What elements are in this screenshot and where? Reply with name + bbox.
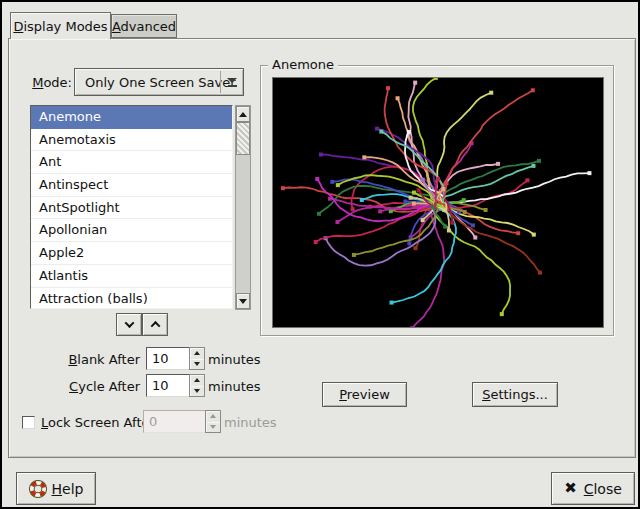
settings-button-label: Settings... xyxy=(482,387,548,402)
scroll-down-button[interactable] xyxy=(236,293,250,309)
list-item[interactable]: Atlantis xyxy=(31,265,232,288)
mode-dropdown-value: Only One Screen Saver xyxy=(75,75,236,90)
preview-button-label: Preview xyxy=(339,387,390,402)
blank-after-label: Blank After xyxy=(32,352,140,367)
arrow-down-icon xyxy=(239,299,247,304)
spin-up-icon[interactable] xyxy=(190,375,204,385)
saver-list-scrollbar[interactable] xyxy=(235,105,251,310)
preview-button[interactable]: Preview xyxy=(322,382,407,407)
preview-frame-title: Anemone xyxy=(268,57,338,72)
xscreensaver-preferences-dialog: Display Modes Advanced Mode: Only One Sc… xyxy=(0,0,640,509)
close-button[interactable]: ✖ Close xyxy=(551,472,635,505)
arrow-up-icon xyxy=(239,112,247,117)
move-up-button[interactable] xyxy=(142,313,168,336)
tab-display-modes[interactable]: Display Modes xyxy=(10,12,111,39)
settings-button[interactable]: Settings... xyxy=(472,382,558,407)
anemone-preview-image xyxy=(273,78,603,327)
close-button-label: Close xyxy=(584,481,622,497)
move-down-button[interactable] xyxy=(116,313,142,336)
blank-after-spinner[interactable] xyxy=(189,347,205,370)
list-item[interactable]: Attraction (balls) xyxy=(31,288,232,310)
scroll-up-button[interactable] xyxy=(236,106,250,122)
cycle-after-unit: minutes xyxy=(208,379,261,394)
list-item[interactable]: Anemotaxis xyxy=(31,129,232,152)
list-item[interactable]: Ant xyxy=(31,151,232,174)
life-preserver-icon xyxy=(29,480,47,498)
mode-label: Mode: xyxy=(32,75,72,90)
cycle-after-spinner[interactable] xyxy=(189,374,205,397)
lock-after-input xyxy=(143,410,206,433)
blank-after-unit: minutes xyxy=(208,352,261,367)
mode-dropdown[interactable]: Only One Screen Saver xyxy=(74,68,244,96)
spin-down-icon[interactable] xyxy=(190,386,204,396)
x-mark-icon: ✖ xyxy=(564,481,577,496)
chevron-up-icon xyxy=(150,321,160,331)
spin-up-icon[interactable] xyxy=(190,348,204,358)
cycle-after-label: Cycle After xyxy=(32,379,140,394)
lock-after-unit: minutes xyxy=(224,415,277,430)
scrollbar-thumb[interactable] xyxy=(236,122,250,155)
blank-after-input[interactable] xyxy=(146,347,190,370)
spin-down-icon[interactable] xyxy=(190,359,204,369)
preview-area xyxy=(272,77,604,328)
list-item[interactable]: AntSpotlight xyxy=(31,197,232,220)
list-item[interactable]: Apple2 xyxy=(31,242,232,265)
list-item[interactable]: Anemone xyxy=(31,106,232,129)
chevron-down-icon xyxy=(124,318,134,328)
cycle-after-input[interactable] xyxy=(146,374,190,397)
list-item[interactable]: Antinspect xyxy=(31,174,232,197)
dropdown-arrow-icon xyxy=(220,71,243,93)
lock-after-spinner xyxy=(205,410,221,433)
spin-down-icon xyxy=(206,422,220,432)
saver-list[interactable]: AnemoneAnemotaxisAntAntinspectAntSpotlig… xyxy=(30,105,233,309)
lock-screen-label: Lock Screen After xyxy=(41,415,155,430)
list-item[interactable]: Apollonian xyxy=(31,219,232,242)
tab-display-modes-label: Display Modes xyxy=(13,19,107,34)
lock-screen-checkbox[interactable] xyxy=(22,416,35,429)
help-button-label: Help xyxy=(52,481,84,497)
help-button[interactable]: Help xyxy=(16,472,96,505)
tab-advanced-label: Advanced xyxy=(112,19,176,34)
spin-up-icon xyxy=(206,411,220,421)
tab-advanced[interactable]: Advanced xyxy=(111,14,177,38)
